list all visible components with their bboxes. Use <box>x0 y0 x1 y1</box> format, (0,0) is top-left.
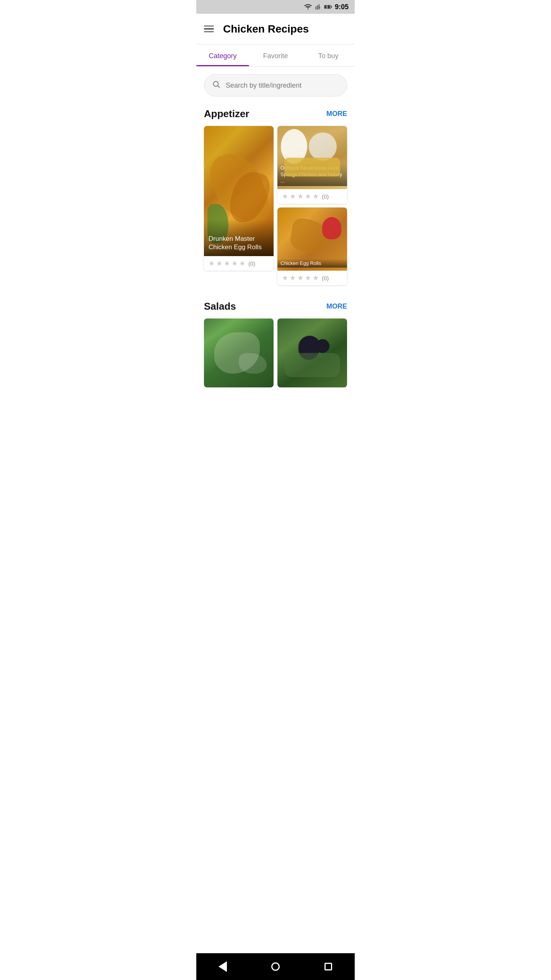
star-4: ★ <box>305 274 311 282</box>
wifi-icon <box>304 4 312 10</box>
status-time: 9:05 <box>335 3 349 11</box>
recipe-card-outback[interactable]: Outback Steakhouse Alice Springs Chicken… <box>277 126 347 204</box>
small-cards-column: Outback Steakhouse Alice Springs Chicken… <box>277 126 347 285</box>
star-2: ★ <box>290 274 296 282</box>
appetizer-title: Appetizer <box>204 108 249 120</box>
signal-x-icon <box>314 4 322 10</box>
outback-title: Outback Steakhouse Alice Springs Chicken… <box>280 165 344 185</box>
appetizer-section: Appetizer MORE <box>196 100 355 120</box>
white-bowl <box>281 129 307 164</box>
tab-tobuy[interactable]: To buy <box>302 44 355 66</box>
tab-category[interactable]: Category <box>196 44 249 66</box>
salads-header: Salads MORE <box>204 301 347 312</box>
drunken-egg-rolls-rating: ★ ★ ★ ★ ★ (0) <box>204 256 274 271</box>
drunken-rating-count: (0) <box>248 260 255 267</box>
cheese-chicken-bg: Outback Steakhouse Alice Springs Chicken… <box>277 126 347 189</box>
app-bar: Chicken Recipes <box>196 14 355 44</box>
search-input[interactable] <box>226 82 339 90</box>
battery-icon <box>324 4 333 10</box>
outback-rating-count: (0) <box>322 193 329 200</box>
search-icon <box>212 80 220 91</box>
outback-image: Outback Steakhouse Alice Springs Chicken… <box>277 126 347 189</box>
status-icons: 9:05 <box>304 3 349 11</box>
salads-title: Salads <box>204 301 236 312</box>
star-2: ★ <box>216 259 222 268</box>
back-button[interactable] <box>213 957 232 976</box>
page-title: Chicken Recipes <box>223 23 309 35</box>
home-icon <box>271 962 280 971</box>
appetizer-header: Appetizer MORE <box>204 108 347 120</box>
salads-grid-container <box>196 318 355 426</box>
drunken-egg-rolls-image: Drunken Master Chicken Egg Rolls <box>204 126 274 256</box>
recipe-card-chicken-egg-rolls[interactable]: Chicken Egg Rolls ★ ★ ★ ★ ★ (0) <box>277 207 347 285</box>
recent-icon <box>324 963 332 970</box>
chicken-egg-rolls-rating: ★ ★ ★ ★ ★ (0) <box>277 271 347 285</box>
star-4: ★ <box>305 192 311 201</box>
star-3: ★ <box>297 274 303 282</box>
back-icon <box>218 961 227 972</box>
salads-more-button[interactable]: MORE <box>326 302 347 310</box>
salad-bg-1 <box>204 318 274 387</box>
chicken-egg-rolls-rating-count: (0) <box>322 275 329 281</box>
recent-button[interactable] <box>319 957 338 976</box>
salad-card-1[interactable] <box>204 318 274 387</box>
appetizer-grid: Drunken Master Chicken Egg Rolls ★ ★ ★ ★… <box>196 126 355 293</box>
bottom-nav <box>196 953 355 980</box>
drunken-egg-rolls-title: Drunken Master Chicken Egg Rolls <box>209 235 269 252</box>
outback-rating: ★ ★ ★ ★ ★ (0) <box>277 189 347 204</box>
star-1: ★ <box>282 274 288 282</box>
star-1: ★ <box>282 192 288 201</box>
recipe-card-drunken-egg-rolls[interactable]: Drunken Master Chicken Egg Rolls ★ ★ ★ ★… <box>204 126 274 285</box>
status-bar: 9:05 <box>196 0 355 14</box>
tab-favorite[interactable]: Favorite <box>249 44 302 66</box>
search-bar[interactable] <box>204 74 347 96</box>
star-3: ★ <box>224 259 230 268</box>
star-5: ★ <box>313 192 319 201</box>
menu-button[interactable] <box>204 26 214 33</box>
star-5: ★ <box>313 274 319 282</box>
salad-card-2[interactable] <box>277 318 347 387</box>
tab-bar: Category Favorite To buy <box>196 44 355 67</box>
svg-rect-2 <box>331 6 332 7</box>
chicken-egg-rolls-image: Chicken Egg Rolls <box>277 207 347 271</box>
salad-bg-2 <box>277 318 347 387</box>
star-5: ★ <box>239 259 245 268</box>
svg-point-3 <box>214 82 218 87</box>
chicken-egg-rolls-title: Chicken Egg Rolls <box>280 260 344 266</box>
star-2: ★ <box>290 192 296 201</box>
salads-section: Salads MORE <box>196 293 355 312</box>
sauce-bowl <box>322 217 342 239</box>
small-eggroll-bg: Chicken Egg Rolls <box>277 207 347 271</box>
star-1: ★ <box>209 259 215 268</box>
search-container <box>196 67 355 100</box>
svg-line-4 <box>218 86 220 88</box>
appetizer-more-button[interactable]: MORE <box>326 110 347 118</box>
salads-grid <box>204 318 347 387</box>
star-3: ★ <box>297 192 303 201</box>
home-button[interactable] <box>266 957 285 976</box>
drunken-egg-rolls-overlay: Drunken Master Chicken Egg Rolls <box>204 219 274 256</box>
star-4: ★ <box>231 259 238 268</box>
